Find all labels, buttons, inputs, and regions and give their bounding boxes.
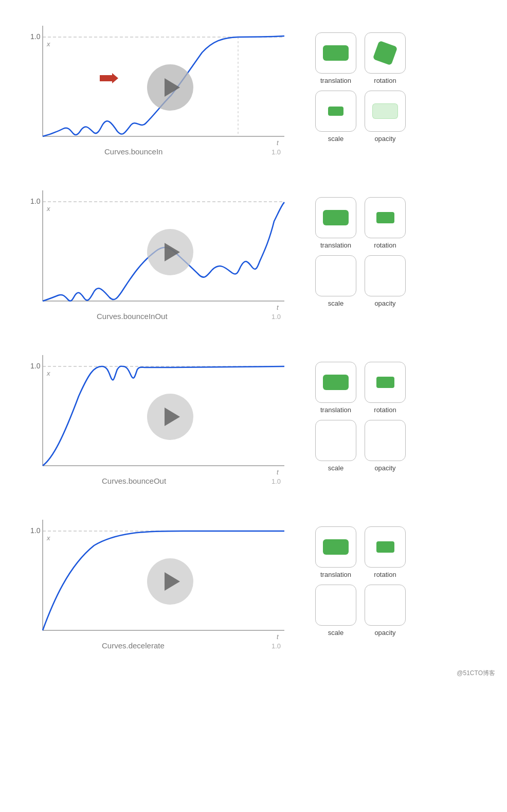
translation-shape-bounceIn [323, 45, 349, 61]
controls-top-row-decelerate: translation rotation [315, 526, 406, 578]
rotation-box-bounceInOut[interactable] [365, 197, 406, 238]
opacity-label-bounceIn: opacity [374, 135, 395, 143]
scale-label-decelerate: scale [328, 629, 343, 637]
controls-bottom-row-decelerate: scale opacity [315, 585, 406, 637]
scale-label-bounceIn: scale [328, 135, 343, 143]
curve-row-decelerate: 1.0 x t 1.0 Curves.decelerate translatio… [12, 504, 495, 659]
chart-bounceOut: 1.0 x t 1.0 Curves.bounceOut [12, 345, 300, 489]
svg-text:Curves.bounceOut: Curves.bounceOut [102, 476, 167, 485]
opacity-control-bounceIn[interactable]: opacity [365, 91, 406, 143]
rotation-control-bounceInOut[interactable]: rotation [365, 197, 406, 249]
svg-text:Curves.bounceIn: Curves.bounceIn [104, 147, 162, 156]
translation-shape-bounceInOut [323, 210, 349, 225]
opacity-box-decelerate[interactable] [365, 585, 406, 626]
svg-text:t: t [277, 304, 279, 311]
opacity-control-bounceInOut[interactable]: opacity [365, 255, 406, 307]
scale-control-bounceInOut[interactable]: scale [315, 255, 356, 307]
scale-shape-bounceIn [328, 107, 343, 116]
controls-top-row-bounceOut: translation rotation [315, 362, 406, 414]
translation-label-bounceOut: translation [320, 406, 351, 414]
translation-box-bounceOut[interactable] [315, 362, 356, 403]
rotation-box-bounceIn[interactable] [365, 32, 406, 74]
svg-text:1.0: 1.0 [271, 148, 281, 156]
controls-bounceOut: translation rotation scale opacity [315, 362, 406, 472]
controls-bounceInOut: translation rotation scale opacity [315, 197, 406, 307]
play-icon-decelerate [165, 572, 180, 591]
rotation-box-bounceOut[interactable] [365, 362, 406, 403]
chart-bounceIn: 1.0 x t 1.0 Curves.bounceIn [12, 15, 300, 160]
opacity-box-bounceOut[interactable] [365, 420, 406, 461]
scale-control-decelerate[interactable]: scale [315, 585, 356, 637]
svg-text:x: x [46, 40, 50, 48]
opacity-label-bounceOut: opacity [374, 464, 395, 472]
scale-control-bounceIn[interactable]: scale [315, 91, 356, 143]
controls-bounceIn: translation rotation scale opacity [315, 32, 406, 143]
opacity-label-decelerate: opacity [374, 629, 395, 637]
translation-control-bounceIn[interactable]: translation [315, 32, 356, 84]
svg-text:t: t [277, 139, 279, 147]
rotation-box-decelerate[interactable] [365, 526, 406, 568]
rotation-label-bounceInOut: rotation [374, 241, 396, 249]
svg-marker-9 [100, 73, 118, 83]
curve-row-bounceIn: 1.0 x t 1.0 Curves.bounceIn [12, 10, 495, 165]
rotation-shape-bounceInOut [376, 212, 394, 223]
curve-row-bounceInOut: 1.0 x t 1.0 Curves.bounceInOut translati… [12, 175, 495, 329]
opacity-control-decelerate[interactable]: opacity [365, 585, 406, 637]
rotation-control-bounceOut[interactable]: rotation [365, 362, 406, 414]
svg-text:1.0: 1.0 [271, 478, 281, 485]
controls-decelerate: translation rotation scale opacity [315, 526, 406, 637]
rotation-control-decelerate[interactable]: rotation [365, 526, 406, 578]
opacity-shape-bounceIn [372, 103, 398, 119]
rotation-label-decelerate: rotation [374, 571, 396, 578]
svg-text:x: x [46, 369, 50, 377]
curve-row-bounceOut: 1.0 x t 1.0 Curves.bounceOut translation [12, 340, 495, 494]
svg-text:Curves.bounceInOut: Curves.bounceInOut [97, 312, 168, 321]
opacity-box-bounceIn[interactable] [365, 91, 406, 132]
rotation-shape-decelerate [376, 541, 394, 553]
translation-shape-bounceOut [323, 375, 349, 390]
svg-text:1.0: 1.0 [30, 526, 41, 535]
translation-label-bounceInOut: translation [320, 241, 351, 249]
opacity-box-bounceInOut[interactable] [365, 255, 406, 296]
translation-control-bounceInOut[interactable]: translation [315, 197, 356, 249]
red-arrow-indicator [100, 73, 118, 85]
play-button-decelerate[interactable] [147, 558, 193, 605]
translation-box-bounceInOut[interactable] [315, 197, 356, 238]
scale-control-bounceOut[interactable]: scale [315, 420, 356, 472]
svg-text:x: x [46, 205, 50, 213]
controls-top-row-bounceIn: translation rotation [315, 32, 406, 84]
controls-bottom-row-bounceInOut: scale opacity [315, 255, 406, 307]
play-button-bounceOut[interactable] [147, 394, 193, 440]
svg-text:1.0: 1.0 [30, 32, 41, 41]
svg-text:1.0: 1.0 [271, 313, 281, 321]
play-icon-bounceIn [165, 78, 180, 97]
play-icon-bounceOut [165, 408, 180, 426]
scale-box-decelerate[interactable] [315, 585, 356, 626]
translation-control-bounceOut[interactable]: translation [315, 362, 356, 414]
translation-control-decelerate[interactable]: translation [315, 526, 356, 578]
svg-text:x: x [46, 534, 50, 542]
scale-box-bounceInOut[interactable] [315, 255, 356, 296]
controls-bottom-row-bounceOut: scale opacity [315, 420, 406, 472]
chart-bounceInOut: 1.0 x t 1.0 Curves.bounceInOut [12, 180, 300, 324]
svg-text:1.0: 1.0 [30, 197, 41, 205]
watermark: @51CTO博客 [12, 669, 495, 678]
rotation-shape-bounceIn [373, 41, 398, 66]
chart-decelerate: 1.0 x t 1.0 Curves.decelerate [12, 509, 300, 654]
translation-box-bounceIn[interactable] [315, 32, 356, 74]
svg-text:t: t [277, 633, 279, 641]
play-button-bounceIn[interactable] [147, 64, 193, 111]
scale-box-bounceOut[interactable] [315, 420, 356, 461]
opacity-control-bounceOut[interactable]: opacity [365, 420, 406, 472]
translation-box-decelerate[interactable] [315, 526, 356, 568]
scale-label-bounceInOut: scale [328, 299, 343, 307]
translation-label-decelerate: translation [320, 571, 351, 578]
rotation-control-bounceIn[interactable]: rotation [365, 32, 406, 84]
opacity-label-bounceInOut: opacity [374, 299, 395, 307]
svg-text:Curves.decelerate: Curves.decelerate [102, 641, 165, 650]
scale-box-bounceIn[interactable] [315, 91, 356, 132]
svg-text:1.0: 1.0 [30, 362, 41, 370]
rotation-shape-bounceOut [376, 377, 394, 388]
controls-bottom-row-bounceIn: scale opacity [315, 91, 406, 143]
play-button-bounceInOut[interactable] [147, 229, 193, 275]
